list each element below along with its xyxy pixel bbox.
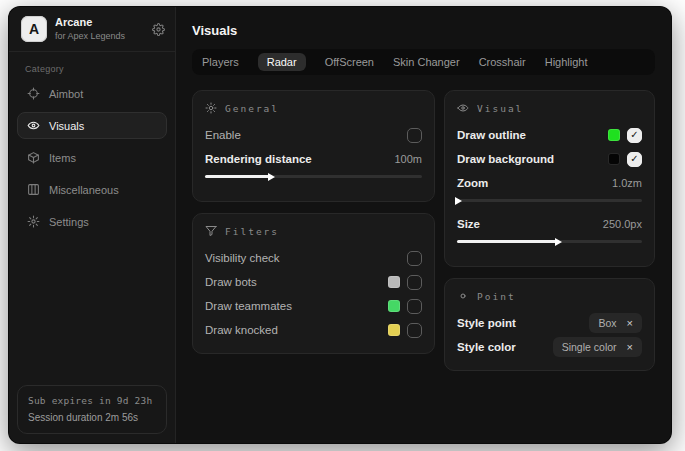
- dot-icon: [457, 290, 469, 302]
- filters-panel-header: Filters: [205, 225, 422, 237]
- panel-title: Point: [477, 291, 516, 302]
- tab-bar: Players Radar OffScreen Skin Changer Cro…: [192, 49, 655, 75]
- draw-background-row: Draw background ✓: [457, 148, 642, 170]
- draw-teammates-color-swatch[interactable]: [388, 300, 400, 312]
- slider-thumb[interactable]: [268, 173, 275, 181]
- sidebar-header: A Arcane for Apex Legends: [9, 7, 175, 52]
- style-color-row: Style color Single color ×: [457, 336, 642, 358]
- size-label: Size: [457, 218, 603, 230]
- visibility-check-row: Visibility check ✓: [205, 247, 422, 269]
- page-title: Visuals: [192, 23, 655, 38]
- sidebar: A Arcane for Apex Legends Category Aimbo…: [9, 7, 176, 443]
- draw-outline-row: Draw outline ✓: [457, 124, 642, 146]
- tab-radar[interactable]: Radar: [258, 53, 306, 71]
- funnel-icon: [205, 225, 217, 237]
- general-panel: General Enable ✓ Rendering distance 100m: [192, 90, 435, 202]
- tab-label: Crosshair: [479, 56, 526, 68]
- eye-scan-icon: [27, 119, 40, 132]
- zoom-label: Zoom: [457, 177, 612, 189]
- visibility-check-checkbox[interactable]: ✓: [407, 251, 422, 266]
- draw-bots-color-swatch[interactable]: [388, 276, 400, 288]
- checkmark-icon: ✓: [630, 130, 638, 140]
- point-panel-header: Point: [457, 290, 642, 302]
- style-point-select[interactable]: Box ×: [589, 313, 642, 333]
- sidebar-item-aimbot[interactable]: Aimbot: [17, 80, 167, 107]
- close-icon[interactable]: ×: [627, 318, 633, 329]
- enable-label: Enable: [205, 129, 407, 141]
- sidebar-item-label: Visuals: [49, 120, 84, 132]
- slider-track: [457, 199, 642, 202]
- style-color-select[interactable]: Single color ×: [553, 337, 642, 357]
- sidebar-item-label: Settings: [49, 216, 89, 228]
- panel-title: Filters: [225, 226, 279, 237]
- slider-thumb[interactable]: [555, 238, 562, 246]
- right-column: Visual Draw outline ✓ Draw background ✓: [444, 90, 655, 371]
- slider-fill: [457, 199, 459, 202]
- visual-panel: Visual Draw outline ✓ Draw background ✓: [444, 90, 655, 267]
- draw-teammates-checkbox[interactable]: ✓: [407, 299, 422, 314]
- sidebar-item-settings[interactable]: Settings: [17, 208, 167, 235]
- size-slider[interactable]: [457, 238, 642, 245]
- draw-bots-label: Draw bots: [205, 276, 388, 288]
- draw-outline-checkbox[interactable]: ✓: [627, 128, 642, 143]
- style-color-value: Single color: [562, 341, 617, 353]
- slider-fill: [205, 175, 272, 178]
- visual-panel-header: Visual: [457, 102, 642, 114]
- enable-row: Enable ✓: [205, 124, 422, 146]
- draw-background-color-swatch[interactable]: [608, 153, 620, 165]
- rendering-distance-slider[interactable]: [205, 173, 422, 180]
- sidebar-item-label: Items: [49, 152, 76, 164]
- app-subtitle: for Apex Legends: [55, 31, 144, 42]
- sidebar-item-items[interactable]: Items: [17, 144, 167, 171]
- subscription-info-box: Sub expires in 9d 23h Session duration 2…: [17, 385, 167, 434]
- draw-knocked-checkbox[interactable]: ✓: [407, 323, 422, 338]
- zoom-value: 1.0zm: [612, 177, 642, 189]
- sub-expires-text: Sub expires in 9d 23h: [28, 394, 156, 408]
- style-color-label: Style color: [457, 341, 553, 353]
- draw-teammates-label: Draw teammates: [205, 300, 388, 312]
- session-duration-text: Session duration 2m 56s: [28, 410, 156, 425]
- zoom-row: Zoom 1.0zm: [457, 172, 642, 194]
- sidebar-nav: Aimbot Visuals Items: [9, 80, 175, 235]
- gear-icon: [27, 215, 40, 228]
- draw-knocked-label: Draw knocked: [205, 324, 388, 336]
- sun-icon: [205, 102, 217, 114]
- rendering-distance-row: Rendering distance 100m: [205, 148, 422, 170]
- draw-bots-checkbox[interactable]: ✓: [407, 275, 422, 290]
- draw-background-checkbox[interactable]: ✓: [627, 152, 642, 167]
- left-column: General Enable ✓ Rendering distance 100m: [192, 90, 435, 354]
- tab-crosshair[interactable]: Crosshair: [479, 53, 526, 71]
- sidebar-item-label: Miscellaneous: [49, 184, 119, 196]
- tab-label: Highlight: [545, 56, 588, 68]
- tab-highlight[interactable]: Highlight: [545, 53, 588, 71]
- visibility-check-label: Visibility check: [205, 252, 407, 264]
- draw-outline-color-swatch[interactable]: [608, 129, 620, 141]
- sidebar-item-miscellaneous[interactable]: Miscellaneous: [17, 176, 167, 203]
- general-panel-header: General: [205, 102, 422, 114]
- main-content: Visuals Players Radar OffScreen Skin Cha…: [176, 7, 671, 443]
- zoom-slider[interactable]: [457, 197, 642, 204]
- enable-checkbox[interactable]: ✓: [407, 128, 422, 143]
- app-meta: Arcane for Apex Legends: [55, 16, 144, 42]
- draw-knocked-color-swatch[interactable]: [388, 324, 400, 336]
- draw-bots-row: Draw bots ✓: [205, 271, 422, 293]
- panel-title: General: [225, 103, 279, 114]
- checkmark-icon: ✓: [630, 154, 638, 164]
- slider-thumb[interactable]: [455, 197, 462, 205]
- tab-label: Radar: [267, 56, 297, 68]
- tab-label: OffScreen: [325, 56, 374, 68]
- sidebar-item-visuals[interactable]: Visuals: [17, 112, 167, 139]
- draw-knocked-row: Draw knocked ✓: [205, 319, 422, 341]
- close-icon[interactable]: ×: [627, 342, 633, 353]
- tab-skin-changer[interactable]: Skin Changer: [393, 53, 460, 71]
- size-row: Size 250.0px: [457, 213, 642, 235]
- panel-title: Visual: [477, 103, 523, 114]
- tab-offscreen[interactable]: OffScreen: [325, 53, 374, 71]
- header-gear-icon[interactable]: [152, 23, 165, 36]
- point-panel: Point Style point Box × Style color: [444, 278, 655, 371]
- app-name: Arcane: [55, 16, 144, 29]
- panels-grid: General Enable ✓ Rendering distance 100m: [192, 90, 655, 371]
- style-point-value: Box: [598, 317, 616, 329]
- category-label: Category: [25, 64, 175, 74]
- tab-players[interactable]: Players: [202, 53, 239, 71]
